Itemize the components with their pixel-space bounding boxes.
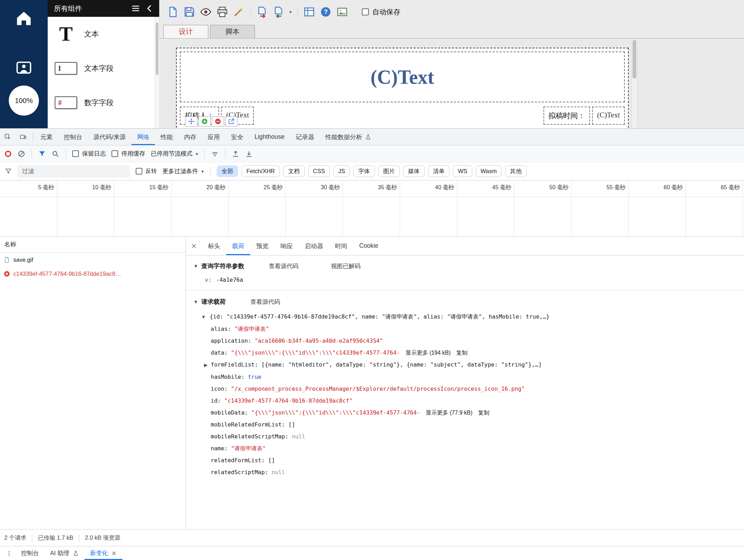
view-source-button[interactable]: 查看源代码 xyxy=(250,298,280,306)
invert-checkbox[interactable] xyxy=(136,168,142,175)
form-designer-app: 100% 所有组件 T 文本 I 文本字段 # 数字 xyxy=(0,0,744,128)
clear-icon[interactable] xyxy=(18,150,25,158)
export-menu-caret-icon[interactable]: ▾ xyxy=(289,9,292,15)
timeline-column: 15 毫秒 xyxy=(114,180,171,236)
device-toolbar-icon[interactable] xyxy=(15,129,31,145)
tab-elements[interactable]: 元素 xyxy=(35,129,58,145)
remove-icon[interactable] xyxy=(212,116,224,127)
tab-payload[interactable]: 载荷 xyxy=(226,237,250,255)
throttling-select[interactable]: 已停用节流模式 ▾ xyxy=(151,150,198,158)
save-icon[interactable] xyxy=(183,6,195,18)
export-har-icon[interactable] xyxy=(245,150,253,158)
record-icon[interactable] xyxy=(4,150,12,158)
disable-cache-checkbox[interactable] xyxy=(111,150,118,157)
filter-toggle-icon[interactable] xyxy=(38,150,46,158)
pill-js[interactable]: JS xyxy=(333,165,350,177)
drawer-tab-ai-assistant[interactable]: AI 助理 xyxy=(45,546,84,560)
tab-lighthouse[interactable]: Lighthouse xyxy=(249,129,290,145)
form-title-region[interactable]: (C)Text xyxy=(180,52,625,102)
collapse-icon[interactable]: ▼ xyxy=(194,264,201,269)
component-item-text-field[interactable]: I 文本字段 xyxy=(48,51,159,86)
request-row[interactable]: c14339ef-4577-4764-9b16-87dde19ac8… xyxy=(0,267,185,281)
profile-icon[interactable] xyxy=(14,60,33,76)
show-more-button[interactable]: 显示更多 (77.9 kB) xyxy=(426,410,472,416)
search-icon[interactable] xyxy=(52,150,59,158)
tab-application[interactable]: 应用 xyxy=(202,129,225,145)
tab-memory[interactable]: 内存 xyxy=(178,129,202,145)
layout-grid-icon[interactable] xyxy=(303,6,315,18)
request-name: c14339ef-4577-4764-9b16-87dde19ac8… xyxy=(13,271,121,277)
tab-timing[interactable]: 时间 xyxy=(329,237,353,255)
autosave-checkbox[interactable] xyxy=(362,8,369,15)
show-more-button[interactable]: 显示更多 (194 kB) xyxy=(405,350,451,356)
tab-headers[interactable]: 标头 xyxy=(202,237,226,255)
print-icon[interactable] xyxy=(216,6,228,18)
pill-img[interactable]: 图片 xyxy=(378,165,400,177)
preserve-log-checkbox[interactable] xyxy=(72,150,79,157)
copy-button[interactable]: 复制 xyxy=(456,350,467,356)
kebab-menu-icon[interactable] xyxy=(3,546,15,560)
home-icon[interactable] xyxy=(14,9,34,27)
component-item-text[interactable]: T 文本 xyxy=(48,17,159,51)
collapse-panel-icon[interactable] xyxy=(145,4,154,13)
tab-cookies[interactable]: Cookie xyxy=(353,237,384,255)
close-icon[interactable] xyxy=(111,551,117,556)
import-doc-icon[interactable] xyxy=(256,6,268,18)
more-filters-dropdown[interactable]: 更多过滤条件 ▾ xyxy=(162,167,204,175)
component-label: 文本 xyxy=(84,29,99,39)
filter-input[interactable] xyxy=(17,165,130,178)
tab-recorder[interactable]: 记录器 xyxy=(290,129,320,145)
new-icon[interactable] xyxy=(167,6,179,18)
pill-wasm[interactable]: Wasm xyxy=(476,165,502,177)
collapse-icon[interactable]: ▼ xyxy=(194,299,201,305)
move-icon[interactable] xyxy=(185,116,197,127)
drawer-tab-console[interactable]: 控制台 xyxy=(15,546,45,560)
scrollbar-thumb[interactable] xyxy=(156,22,158,75)
copy-button[interactable]: 复制 xyxy=(478,410,489,416)
network-conditions-icon[interactable] xyxy=(211,150,219,158)
drawer-tab-whats-new[interactable]: 新变化 xyxy=(84,546,122,560)
draft-time-value[interactable]: (C)Text xyxy=(592,107,625,125)
tab-performance[interactable]: 性能 xyxy=(155,129,178,145)
tab-sources[interactable]: 源代码/来源 xyxy=(88,129,131,145)
view-source-button[interactable]: 查看源代码 xyxy=(269,262,299,270)
close-icon[interactable] xyxy=(186,237,202,255)
expand-icon[interactable]: ▶ xyxy=(204,359,211,371)
tab-script[interactable]: 脚本 xyxy=(210,25,255,38)
format-wand-icon[interactable] xyxy=(233,6,245,18)
import-har-icon[interactable] xyxy=(232,150,239,158)
preview-eye-icon[interactable] xyxy=(200,6,212,18)
pill-media[interactable]: 媒体 xyxy=(403,165,425,177)
view-decoded-button[interactable]: 视图已解码 xyxy=(331,262,361,270)
tab-network[interactable]: 网络 xyxy=(131,129,155,145)
name-column-header[interactable]: 名称 xyxy=(0,237,185,253)
menu-icon[interactable] xyxy=(131,4,140,13)
pill-doc[interactable]: 文档 xyxy=(283,165,305,177)
tab-response[interactable]: 响应 xyxy=(275,237,299,255)
collapse-icon[interactable]: ▼ xyxy=(201,311,210,323)
scrollbar-thumb[interactable] xyxy=(633,40,636,78)
form-selection[interactable]: (C)Text 拟稿人： (C)Text 拟稿时间： (C)Text xyxy=(176,48,629,128)
pill-font[interactable]: 字体 xyxy=(353,165,375,177)
pill-all[interactable]: 全部 xyxy=(217,165,238,177)
pill-manifest[interactable]: 清单 xyxy=(428,165,449,177)
inspect-icon[interactable] xyxy=(0,129,15,145)
image-icon[interactable] xyxy=(336,6,348,18)
pill-css[interactable]: CSS xyxy=(308,165,330,177)
tab-initiator[interactable]: 启动器 xyxy=(299,237,329,255)
share-icon[interactable] xyxy=(225,116,237,127)
add-icon[interactable] xyxy=(198,116,211,127)
tab-preview[interactable]: 预览 xyxy=(250,237,275,255)
draft-time-label[interactable]: 拟稿时间： xyxy=(543,107,590,125)
tab-security[interactable]: 安全 xyxy=(225,129,249,145)
tab-console[interactable]: 控制台 xyxy=(58,129,88,145)
component-item-number-field[interactable]: # 数字字段 xyxy=(48,86,159,120)
pill-other[interactable]: 其他 xyxy=(505,165,527,177)
pill-ws[interactable]: WS xyxy=(453,165,472,177)
export-doc-icon[interactable] xyxy=(273,6,285,18)
tab-design[interactable]: 设计 xyxy=(163,25,208,38)
request-row[interactable]: save.gif xyxy=(0,253,185,267)
help-icon[interactable]: ? xyxy=(320,6,332,18)
tab-performance-insights[interactable]: 性能数据分析 xyxy=(320,129,377,145)
pill-fetch-xhr[interactable]: Fetch/XHR xyxy=(242,165,280,177)
